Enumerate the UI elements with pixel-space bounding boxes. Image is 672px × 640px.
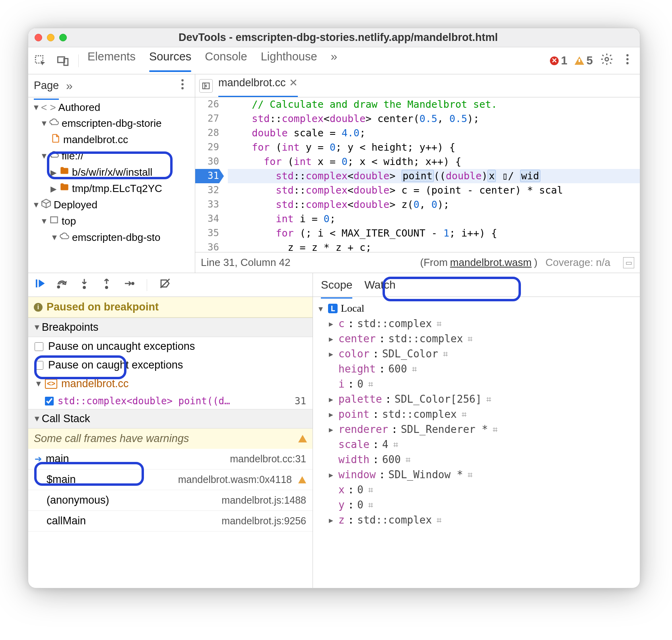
tab-scope[interactable]: Scope [321,279,352,291]
close-tab-icon[interactable]: ✕ [289,77,298,89]
window-controls [35,34,67,41]
memory-icon[interactable]: ⌗ [486,394,491,404]
scope-variable[interactable]: y: 0⌗ [317,497,636,512]
tree-origin-2[interactable]: ▼ file:// [28,148,195,164]
step-over-icon[interactable] [56,277,68,292]
main-toolbar: Elements Sources Console Lighthouse » ✕1… [28,47,640,74]
frame-icon [49,215,59,228]
callstack-section[interactable]: ▼Call Stack [28,409,313,429]
call-frame[interactable]: $mainmandelbrot.wasm:0x4118 [28,469,313,490]
call-frame[interactable]: callMainmandelbrot.js:9256 [28,511,313,531]
navigator-more-icon[interactable]: » [66,79,73,93]
editor-tab-mandelbrot[interactable]: mandelbrot.cc ✕ [218,77,298,95]
tree-authored[interactable]: ▼< > Authored [28,100,195,115]
scope-variable[interactable]: ▶point: std::complex⌗ [317,407,636,422]
tree-top[interactable]: ▼ top [28,213,195,229]
tab-console[interactable]: Console [205,50,247,63]
pause-caught-checkbox[interactable] [35,361,43,370]
editor-footer-icon[interactable]: ▭ [623,257,634,268]
scope-tabs: Scope Watch [313,273,640,297]
tree-file-mandelbrot[interactable]: mandelbrot.cc [28,132,195,148]
minimize-window-button[interactable] [47,34,54,41]
scope-variable[interactable]: ▶renderer: SDL_Renderer *⌗ [317,422,636,437]
inspect-icon[interactable] [34,54,47,68]
local-badge-icon: L [328,304,338,313]
svg-point-5 [626,58,629,60]
paused-banner: i Paused on breakpoint [28,297,313,318]
close-window-button[interactable] [35,34,42,41]
scope-variable[interactable]: scale: 4⌗ [317,437,636,452]
memory-icon[interactable]: ⌗ [437,319,441,329]
scope-variable[interactable]: ▶z: std::complex⌗ [317,512,636,528]
tab-lighthouse[interactable]: Lighthouse [261,50,317,63]
call-frame[interactable]: ➔mainmandelbrot.cc:31 [28,449,313,469]
svg-point-16 [106,287,108,289]
scope-variable[interactable]: i: 0⌗ [317,376,636,392]
memory-icon[interactable]: ⌗ [468,334,472,344]
navigator-tab-page[interactable]: Page [34,80,59,92]
tab-sources[interactable]: Sources [149,50,191,72]
error-count[interactable]: ✕1 [550,54,567,67]
tree-deployed[interactable]: ▼ Deployed [28,197,195,213]
memory-icon[interactable]: ⌗ [368,379,373,389]
step-out-icon[interactable] [101,277,113,292]
memory-icon[interactable]: ⌗ [412,364,417,374]
editor-header: mandelbrot.cc ✕ [195,74,640,97]
memory-icon[interactable]: ⌗ [443,349,448,359]
scope-variable[interactable]: width: 600⌗ [317,452,636,467]
breakpoint-entry[interactable]: std::complex<double> point((d… 31 [28,393,313,409]
step-icon[interactable] [123,277,135,292]
more-tabs-icon[interactable]: » [331,50,338,63]
scope-variable[interactable]: ▶palette: SDL_Color[256]⌗ [317,392,636,407]
tree-folder-2[interactable]: ▶ tmp/tmp.ELcTq2YC [28,180,195,197]
scope-variable[interactable]: height: 600⌗ [317,361,636,376]
pause-uncaught-row[interactable]: Pause on uncaught exceptions [28,337,313,356]
kebab-menu-icon[interactable] [621,52,634,69]
tree-origin-3[interactable]: ▼ emscripten-dbg-sto [28,229,195,246]
cursor-position: Line 31, Column 42 [201,256,290,269]
tab-elements[interactable]: Elements [87,50,136,63]
breakpoint-toggle[interactable] [45,397,54,405]
scope-variable[interactable]: ▶c: std::complex⌗ [317,316,636,331]
step-into-icon[interactable] [78,277,90,292]
memory-icon[interactable]: ⌗ [368,500,373,510]
svg-point-7 [181,79,184,81]
zoom-window-button[interactable] [59,34,67,41]
call-frame[interactable]: (anonymous)mandelbrot.js:1488 [28,490,313,511]
breakpoints-section[interactable]: ▼Breakpoints [28,318,313,337]
tree-folder-1[interactable]: ▶ b/s/w/ir/x/w/install [28,164,195,180]
svg-point-15 [84,287,85,289]
file-icon [50,133,61,146]
device-mode-icon[interactable] [56,54,70,68]
cloud-icon [49,149,59,163]
settings-icon[interactable] [600,52,614,69]
breakpoint-file[interactable]: ▼ <> mandelbrot.cc [28,374,313,393]
scope-variable[interactable]: x: 0⌗ [317,482,636,497]
deactivate-breakpoints-icon[interactable] [159,277,171,292]
memory-icon[interactable]: ⌗ [393,440,398,450]
resume-icon[interactable] [34,277,46,292]
svg-point-6 [626,62,629,64]
memory-icon[interactable]: ⌗ [406,455,410,465]
code-editor[interactable]: 262728293031323334353637 // Calculate an… [195,97,640,252]
scope-variable[interactable]: ▶window: SDL_Window *⌗ [317,467,636,482]
scope-variable[interactable]: ▶center: std::complex⌗ [317,331,636,346]
scope-variable[interactable]: ▶color: SDL_Color⌗ [317,346,636,361]
memory-icon[interactable]: ⌗ [368,485,373,495]
scope-local[interactable]: ▼ L Local [317,301,636,316]
cloud-icon [59,231,70,244]
memory-icon[interactable]: ⌗ [468,470,472,480]
toggle-navigator-icon[interactable] [199,79,213,93]
pause-uncaught-checkbox[interactable] [35,342,43,351]
navigator-menu-icon[interactable] [176,78,189,94]
tree-origin-1[interactable]: ▼ emscripten-dbg-storie [28,115,195,132]
callstack-warning: Some call frames have warnings [28,429,313,449]
memory-icon[interactable]: ⌗ [437,515,441,525]
tab-watch[interactable]: Watch [364,279,395,291]
folder-icon [59,182,70,195]
pause-caught-row[interactable]: Pause on caught exceptions [28,356,313,374]
memory-icon[interactable]: ⌗ [462,409,466,419]
warning-count[interactable]: 5 [575,54,593,67]
source-origin-link[interactable]: mandelbrot.wasm [450,256,532,269]
memory-icon[interactable]: ⌗ [493,425,497,434]
